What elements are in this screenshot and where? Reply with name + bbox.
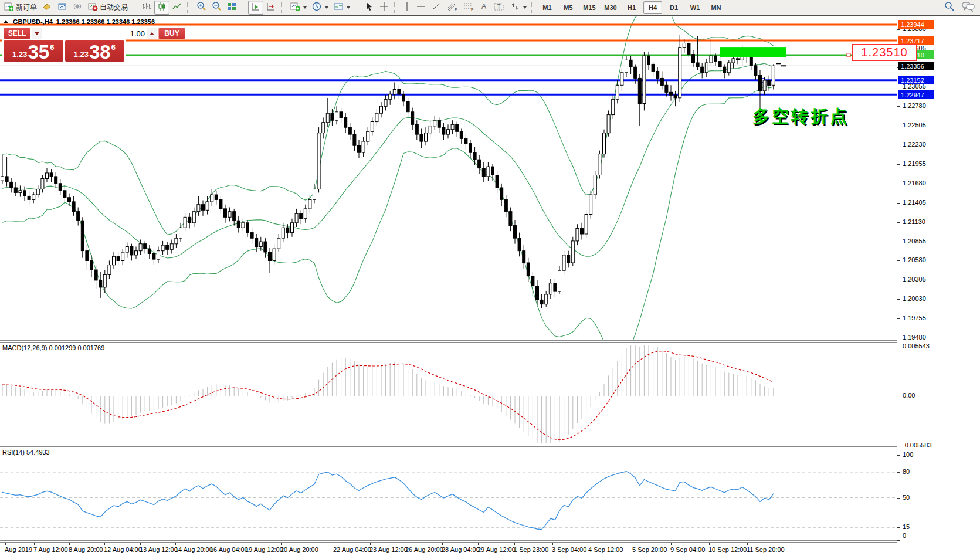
price-callout-box[interactable]: 1.23510 xyxy=(852,44,917,61)
time-tick-label: 11 Sep 20:00 xyxy=(747,546,785,553)
axis-tick xyxy=(897,184,900,184)
timeframe-button-d1[interactable]: D1 xyxy=(664,1,683,14)
price-tick-label: 1.20580 xyxy=(903,256,926,263)
dropdown-caret-icon xyxy=(347,6,350,9)
time-tick-label: 1 Sep 23:00 xyxy=(514,546,548,553)
main-price-pane[interactable] xyxy=(0,16,897,340)
timeframe-button-m1[interactable]: M1 xyxy=(538,1,557,14)
crosshair-tool-button[interactable] xyxy=(377,1,392,15)
time-tick-label: 7 Aug 12:00 xyxy=(33,546,68,553)
sell-price-display[interactable]: 1.23 35 6 xyxy=(4,40,63,62)
new-order-button[interactable]: 新订单 xyxy=(1,1,39,15)
sell-price-pip: 6 xyxy=(50,43,54,52)
channel-tool-button[interactable]: E xyxy=(444,1,460,15)
chart-window-button[interactable] xyxy=(55,1,70,15)
pane-splitter[interactable] xyxy=(0,445,980,447)
auto-trading-button[interactable]: 自动交易 xyxy=(85,1,130,15)
volume-increase-button[interactable] xyxy=(147,28,157,39)
line-chart-mode-button[interactable] xyxy=(169,1,185,15)
price-tick-label: 1.19755 xyxy=(903,314,926,321)
zoom-out-button[interactable] xyxy=(209,1,224,15)
volume-input[interactable] xyxy=(42,28,147,39)
chat-icon[interactable] xyxy=(961,1,975,15)
time-tick-label: 12 Aug 04:00 xyxy=(104,546,142,553)
time-axis[interactable]: Aug 20197 Aug 12:008 Aug 20:0012 Aug 04:… xyxy=(0,543,980,556)
highlight-rectangle[interactable] xyxy=(720,47,786,57)
buy-button[interactable]: BUY xyxy=(158,28,185,39)
auto-scroll-button[interactable] xyxy=(248,1,263,15)
price-badge: 1.23944 xyxy=(898,20,934,29)
time-tick xyxy=(246,543,246,545)
candlestick-mode-button[interactable] xyxy=(154,1,169,15)
rsi-tick-label: 80 xyxy=(903,468,910,475)
timeframe-button-h1[interactable]: H1 xyxy=(622,1,641,14)
time-tick xyxy=(633,543,633,545)
text-tool-button[interactable]: A xyxy=(477,1,491,15)
periods-button[interactable] xyxy=(309,1,331,15)
time-tick xyxy=(104,543,105,545)
rsi-name: RSI(14) xyxy=(2,449,25,456)
timeframe-button-h4[interactable]: H4 xyxy=(643,1,662,14)
vertical-line-tool-button[interactable] xyxy=(401,1,413,15)
clock-icon xyxy=(311,1,322,13)
timeframe-button-w1[interactable]: W1 xyxy=(686,1,704,14)
new-chart-button[interactable] xyxy=(287,1,309,15)
volume-decrease-button[interactable] xyxy=(32,28,42,39)
timeframe-button-m5[interactable]: M5 xyxy=(559,1,578,14)
time-tick-label: 4 Sep 12:00 xyxy=(588,546,623,553)
buy-price-display[interactable]: 1.23 38 6 xyxy=(65,40,125,62)
trendline-tool-button[interactable] xyxy=(429,1,444,15)
time-tick-label: 26 Aug 20:00 xyxy=(405,546,443,553)
macd-name: MACD(12,26,9) xyxy=(2,344,47,351)
time-tick xyxy=(281,543,282,545)
pane-splitter[interactable] xyxy=(0,340,980,343)
fibonacci-tool-button[interactable]: F xyxy=(460,1,477,15)
bar-chart-icon xyxy=(141,1,152,13)
toolbar-separator xyxy=(133,2,137,13)
chart-shift-button[interactable] xyxy=(263,1,279,15)
collapse-panel-icon[interactable] xyxy=(4,20,8,23)
axis-tick xyxy=(897,126,900,126)
templates-button[interactable] xyxy=(331,1,352,15)
price-badge: 1.22947 xyxy=(898,90,934,99)
axis-tick xyxy=(897,299,900,300)
signal-button[interactable] xyxy=(70,1,85,15)
arrows-tool-button[interactable] xyxy=(507,1,529,15)
zoom-in-icon xyxy=(196,1,206,13)
chart-window[interactable]: GBPUSD-,H4 1.23366 1.23366 1.23346 1.233… xyxy=(0,15,980,556)
axis-tick xyxy=(897,145,900,145)
market-watch-button[interactable] xyxy=(39,1,55,15)
timeframe-button-m15[interactable]: M15 xyxy=(580,1,599,14)
timeframe-button-m30[interactable]: M30 xyxy=(601,1,620,14)
mt4-application: 新订单 自动交易 xyxy=(0,0,980,556)
time-tick-label: 13 Aug 12:00 xyxy=(140,546,178,553)
callout-handle[interactable] xyxy=(847,53,850,57)
macd-indicator-label: MACD(12,26,9) 0.001299 0.001769 xyxy=(2,344,104,351)
tile-windows-button[interactable] xyxy=(224,1,239,15)
axis-tick xyxy=(897,87,900,87)
rsi-tick-label: 50 xyxy=(903,494,910,501)
zoom-in-button[interactable] xyxy=(194,1,209,15)
macd-pane[interactable] xyxy=(0,343,897,445)
bollinger-band-line xyxy=(2,86,774,340)
label-icon: T xyxy=(493,1,505,13)
rsi-pane[interactable] xyxy=(0,447,897,541)
price-tick-label: 1.21405 xyxy=(903,199,926,206)
horizontal-line-tool-button[interactable] xyxy=(413,1,429,15)
timeframe-button-mn[interactable]: MN xyxy=(707,1,725,14)
cursor-tool-button[interactable] xyxy=(361,1,377,15)
bar-chart-mode-button[interactable] xyxy=(139,1,154,15)
sell-button[interactable]: SELL xyxy=(4,28,30,39)
macd-tick-label: 0.00 xyxy=(903,392,915,399)
crosshair-icon xyxy=(379,1,389,13)
text-icon: A xyxy=(479,1,489,13)
price-axis[interactable]: 1.238801.236051.233301.230551.227801.225… xyxy=(897,16,980,543)
label-tool-button[interactable]: T xyxy=(491,1,507,15)
time-tick-label: 8 Aug 20:00 xyxy=(69,546,103,553)
chart-shift-icon xyxy=(266,1,276,13)
buy-price-prefix: 1.23 xyxy=(74,50,89,59)
turning-point-annotation[interactable]: 多空转折点 xyxy=(752,105,849,128)
text-icon-letter: A xyxy=(481,2,486,11)
price-tick-label: 1.21130 xyxy=(903,218,925,225)
search-icon[interactable] xyxy=(944,1,955,15)
